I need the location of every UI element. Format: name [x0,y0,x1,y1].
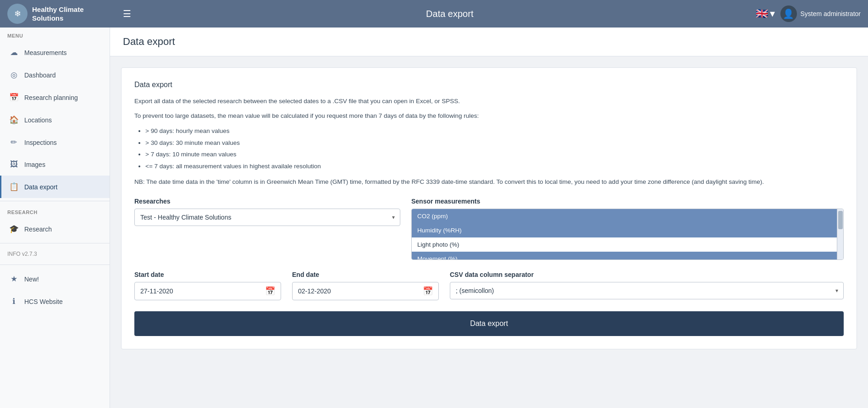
top-header: ❄ Healthy Climate Solutions ☰ Data expor… [0,0,868,28]
sidebar-item-hcs-website[interactable]: ℹ HCS Website [0,290,110,313]
sensor-option-humidity[interactable]: Humidity (%RH) [412,223,837,237]
start-date-calendar-icon[interactable]: 📅 [260,282,281,300]
start-date-label: Start date [134,271,281,278]
inspections-icon: ✏ [9,138,19,147]
data-export-icon: 📋 [9,182,19,192]
sidebar-item-label: Inspections [24,139,57,146]
sidebar-item-label: Measurements [24,49,67,56]
sidebar-item-research-planning[interactable]: 📅 Research planning [0,86,110,109]
sensor-label: Sensor measurements [411,198,844,205]
sidebar-item-label: Data export [24,183,57,191]
measurements-icon: ☁ [9,48,19,57]
sidebar-item-research[interactable]: 🎓 Research [0,218,110,240]
sidebar-item-inspections[interactable]: ✏ Inspections [0,131,110,154]
sidebar-item-label: HCS Website [24,298,63,305]
rule-item: > 7 days: 10 minute mean values [145,149,844,160]
research-select-wrapper: Test - Healthy Climate Solutions ▾ [134,209,400,226]
rules-list: > 90 days: hourly mean values > 30 days:… [145,125,844,172]
rule-item: > 30 days: 30 minute mean values [145,137,844,149]
data-export-card: Data export Export all data of the selec… [121,67,857,349]
description-1: Export all data of the selected research… [134,96,844,106]
logo-icon: ❄ [7,4,28,24]
sidebar-item-images[interactable]: 🖼 Images [0,154,110,176]
sidebar-divider-2 [0,243,110,243]
content-area: Data export Data export Export all data … [110,28,868,408]
sidebar-item-dashboard[interactable]: ◎ Dashboard [0,64,110,86]
sidebar-item-locations[interactable]: 🏠 Locations [0,109,110,131]
export-btn-row: Data export [134,311,844,336]
sidebar-divider [0,201,110,201]
header-right: 🇬🇧 ▾ 👤 System administrator [756,6,861,22]
start-date-input-wrapper: 📅 [134,282,281,300]
data-export-button[interactable]: Data export [134,311,844,336]
csv-select-wrapper: ; (semicollon), (comma)\t (tab) ▾ [450,282,844,299]
scrollbar-thumb [838,211,843,229]
sidebar-item-label: Dashboard [24,72,56,79]
end-date-group: End date 📅 [292,271,439,300]
sidebar-item-label: Research [24,226,52,233]
header-title: Data export [144,9,756,19]
dashboard-icon: ◎ [9,70,19,80]
sidebar-item-label: New! [24,276,39,283]
sensor-list[interactable]: CO2 (ppm) Humidity (%RH) Light photo (%)… [412,209,837,259]
form-row-dates: Start date 📅 End date 📅 [134,271,844,300]
sensor-scrollbar[interactable] [837,209,843,259]
sidebar-item-label: Images [24,161,45,168]
hamburger-button[interactable]: ☰ [117,6,137,22]
sidebar: MENU ☁ Measurements ◎ Dashboard 📅 Resear… [0,28,110,408]
note-text: NB: The date time data in the 'time' col… [134,177,844,187]
sensor-option-co2[interactable]: CO2 (ppm) [412,209,837,223]
rule-item: > 90 days: hourly mean values [145,125,844,137]
user-menu[interactable]: 👤 System administrator [780,6,861,22]
sidebar-item-measurements[interactable]: ☁ Measurements [0,41,110,64]
sidebar-item-label: Research planning [24,94,78,101]
sensor-listbox: CO2 (ppm) Humidity (%RH) Light photo (%)… [411,209,844,260]
description-2: To prevent too large datasets, the mean … [134,111,844,121]
research-planning-icon: 📅 [9,93,19,102]
sensor-option-movement[interactable]: Movement (%) [412,252,837,259]
csv-label: CSV data column separator [450,271,844,278]
logo-area: ❄ Healthy Climate Solutions [7,4,117,24]
start-date-group: Start date 📅 [134,271,281,300]
sidebar-item-label: Locations [24,116,52,124]
rule-item: <= 7 days: all measurement values in hig… [145,160,844,172]
sensor-option-light[interactable]: Light photo (%) [412,237,837,252]
main-layout: MENU ☁ Measurements ◎ Dashboard 📅 Resear… [0,28,868,408]
research-section-label: RESEARCH [0,204,110,218]
user-avatar: 👤 [780,6,797,22]
new-icon: ★ [9,274,19,284]
menu-section-label: MENU [0,28,110,41]
researches-label: Researches [134,198,400,205]
end-date-calendar-icon[interactable]: 📅 [417,282,438,300]
research-select[interactable]: Test - Healthy Climate Solutions [134,209,400,226]
uk-flag-icon: 🇬🇧 [756,8,768,20]
content-inner: Data export Export all data of the selec… [110,56,868,360]
end-date-input[interactable] [293,283,417,299]
start-date-input[interactable] [135,283,260,299]
end-date-input-wrapper: 📅 [292,282,439,300]
sensor-group: Sensor measurements CO2 (ppm) Humidity (… [411,198,844,260]
info-icon: ℹ [9,297,19,306]
card-title: Data export [134,81,844,89]
info-version: INFO v2.7.3 [0,246,110,262]
researches-group: Researches Test - Healthy Climate Soluti… [134,198,400,260]
images-icon: 🖼 [9,160,19,169]
csv-separator-select[interactable]: ; (semicollon), (comma)\t (tab) [450,282,844,299]
page-title-bar: Data export [110,28,868,56]
flag-dropdown-arrow: ▾ [770,8,775,20]
research-icon: 🎓 [9,224,19,234]
sidebar-divider-3 [0,265,110,265]
sidebar-item-data-export[interactable]: 📋 Data export [0,176,110,198]
csv-group: CSV data column separator ; (semicollon)… [450,271,844,299]
sidebar-item-new[interactable]: ★ New! [0,268,110,290]
page-title: Data export [123,36,855,48]
end-date-label: End date [292,271,439,278]
logo-text: Healthy Climate Solutions [32,5,84,23]
user-name: System administrator [801,10,861,17]
locations-icon: 🏠 [9,115,19,125]
form-row-top: Researches Test - Healthy Climate Soluti… [134,198,844,260]
language-selector[interactable]: 🇬🇧 ▾ [756,8,775,20]
